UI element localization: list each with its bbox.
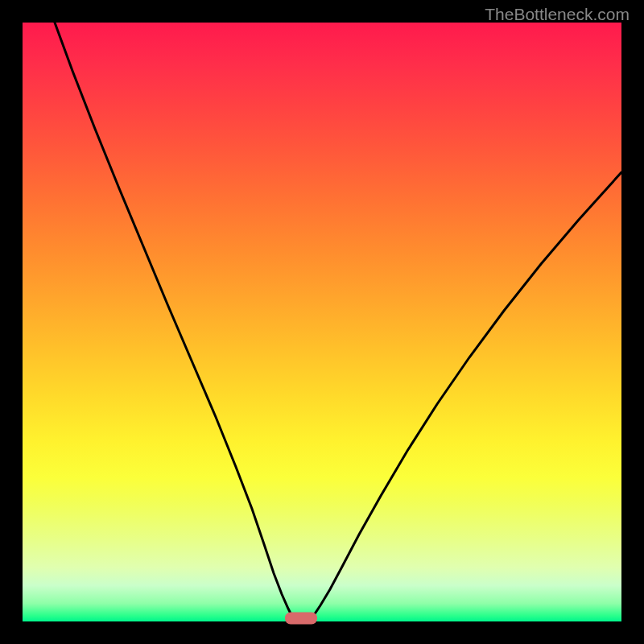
optimal-point-marker [285,613,317,625]
chart-plot-area [23,23,621,621]
curve-right-branch [309,172,621,620]
curve-left-branch [55,23,295,620]
bottleneck-curve [23,23,621,621]
watermark-text: TheBottleneck.com [485,5,630,24]
